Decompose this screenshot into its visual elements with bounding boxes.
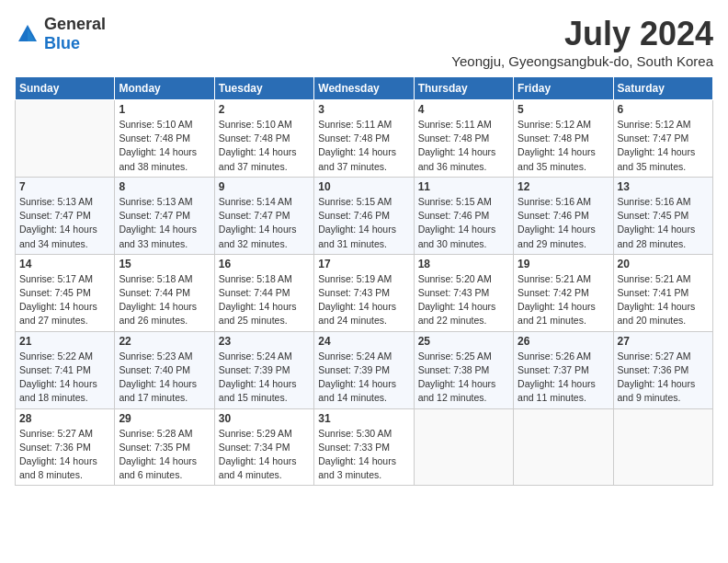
day-info: Sunrise: 5:29 AM Sunset: 7:34 PM Dayligh… — [219, 427, 310, 483]
weekday-header-sunday: Sunday — [16, 77, 115, 100]
day-number: 20 — [618, 258, 709, 270]
day-number: 14 — [19, 258, 110, 270]
day-number: 30 — [219, 412, 310, 425]
calendar-cell: 8Sunrise: 5:13 AM Sunset: 7:47 PM Daylig… — [115, 177, 214, 254]
page-header: General Blue July 2024 Yeongju, Gyeongsa… — [15, 15, 713, 69]
calendar-table: SundayMondayTuesdayWednesdayThursdayFrid… — [15, 76, 713, 486]
day-info: Sunrise: 5:10 AM Sunset: 7:48 PM Dayligh… — [219, 118, 310, 174]
day-info: Sunrise: 5:27 AM Sunset: 7:36 PM Dayligh… — [618, 350, 709, 406]
day-info: Sunrise: 5:26 AM Sunset: 7:37 PM Dayligh… — [518, 350, 609, 406]
calendar-subtitle: Yeongju, Gyeongsangbuk-do, South Korea — [451, 53, 713, 69]
calendar-cell: 6Sunrise: 5:12 AM Sunset: 7:47 PM Daylig… — [613, 100, 712, 178]
day-info: Sunrise: 5:15 AM Sunset: 7:46 PM Dayligh… — [318, 195, 409, 251]
day-number: 9 — [219, 180, 310, 193]
day-number: 7 — [19, 180, 110, 193]
weekday-header-saturday: Saturday — [613, 77, 712, 100]
day-number: 23 — [219, 335, 310, 348]
day-info: Sunrise: 5:11 AM Sunset: 7:48 PM Dayligh… — [318, 118, 409, 174]
day-number: 27 — [618, 335, 709, 348]
day-info: Sunrise: 5:28 AM Sunset: 7:35 PM Dayligh… — [119, 427, 210, 483]
calendar-cell: 13Sunrise: 5:16 AM Sunset: 7:45 PM Dayli… — [613, 177, 712, 254]
day-number: 22 — [119, 335, 210, 348]
day-number: 28 — [19, 412, 110, 425]
day-number: 13 — [618, 180, 709, 193]
day-number: 31 — [318, 412, 409, 425]
day-number: 15 — [119, 258, 210, 270]
day-info: Sunrise: 5:27 AM Sunset: 7:36 PM Dayligh… — [19, 427, 110, 483]
day-info: Sunrise: 5:24 AM Sunset: 7:39 PM Dayligh… — [318, 350, 409, 406]
calendar-cell: 31Sunrise: 5:30 AM Sunset: 7:33 PM Dayli… — [314, 408, 414, 486]
day-number: 12 — [518, 180, 609, 193]
logo-general: General — [44, 15, 106, 33]
day-info: Sunrise: 5:20 AM Sunset: 7:43 PM Dayligh… — [418, 272, 509, 328]
day-info: Sunrise: 5:21 AM Sunset: 7:41 PM Dayligh… — [618, 272, 709, 328]
calendar-title: July 2024 — [451, 15, 713, 53]
title-block: July 2024 Yeongju, Gyeongsangbuk-do, Sou… — [451, 15, 713, 69]
logo-icon — [15, 21, 40, 47]
calendar-cell: 3Sunrise: 5:11 AM Sunset: 7:48 PM Daylig… — [314, 100, 414, 178]
day-number: 8 — [119, 180, 210, 193]
calendar-cell — [16, 100, 115, 178]
calendar-cell: 17Sunrise: 5:19 AM Sunset: 7:43 PM Dayli… — [314, 254, 414, 331]
day-number: 11 — [418, 180, 509, 193]
day-info: Sunrise: 5:25 AM Sunset: 7:38 PM Dayligh… — [418, 350, 509, 406]
day-info: Sunrise: 5:17 AM Sunset: 7:45 PM Dayligh… — [19, 272, 110, 328]
day-number: 10 — [318, 180, 409, 193]
week-row-3: 14Sunrise: 5:17 AM Sunset: 7:45 PM Dayli… — [16, 254, 713, 331]
week-row-5: 28Sunrise: 5:27 AM Sunset: 7:36 PM Dayli… — [16, 408, 713, 486]
day-number: 19 — [518, 258, 609, 270]
day-info: Sunrise: 5:12 AM Sunset: 7:48 PM Dayligh… — [518, 118, 609, 174]
day-info: Sunrise: 5:12 AM Sunset: 7:47 PM Dayligh… — [618, 118, 709, 174]
day-info: Sunrise: 5:16 AM Sunset: 7:45 PM Dayligh… — [618, 195, 709, 251]
calendar-cell: 20Sunrise: 5:21 AM Sunset: 7:41 PM Dayli… — [613, 254, 712, 331]
day-info: Sunrise: 5:24 AM Sunset: 7:39 PM Dayligh… — [219, 350, 310, 406]
calendar-cell: 28Sunrise: 5:27 AM Sunset: 7:36 PM Dayli… — [16, 408, 115, 486]
calendar-cell: 7Sunrise: 5:13 AM Sunset: 7:47 PM Daylig… — [16, 177, 115, 254]
day-number: 6 — [618, 103, 709, 116]
day-info: Sunrise: 5:18 AM Sunset: 7:44 PM Dayligh… — [219, 272, 310, 328]
weekday-header-monday: Monday — [115, 77, 214, 100]
day-info: Sunrise: 5:13 AM Sunset: 7:47 PM Dayligh… — [119, 195, 210, 251]
calendar-cell: 18Sunrise: 5:20 AM Sunset: 7:43 PM Dayli… — [414, 254, 513, 331]
calendar-cell: 1Sunrise: 5:10 AM Sunset: 7:48 PM Daylig… — [115, 100, 214, 178]
calendar-cell: 22Sunrise: 5:23 AM Sunset: 7:40 PM Dayli… — [115, 331, 214, 408]
calendar-cell: 9Sunrise: 5:14 AM Sunset: 7:47 PM Daylig… — [214, 177, 313, 254]
calendar-cell: 19Sunrise: 5:21 AM Sunset: 7:42 PM Dayli… — [514, 254, 613, 331]
calendar-cell: 23Sunrise: 5:24 AM Sunset: 7:39 PM Dayli… — [214, 331, 313, 408]
day-info: Sunrise: 5:16 AM Sunset: 7:46 PM Dayligh… — [518, 195, 609, 251]
calendar-cell: 10Sunrise: 5:15 AM Sunset: 7:46 PM Dayli… — [314, 177, 414, 254]
day-info: Sunrise: 5:19 AM Sunset: 7:43 PM Dayligh… — [318, 272, 409, 328]
day-info: Sunrise: 5:21 AM Sunset: 7:42 PM Dayligh… — [518, 272, 609, 328]
day-number: 16 — [219, 258, 310, 270]
calendar-cell: 27Sunrise: 5:27 AM Sunset: 7:36 PM Dayli… — [613, 331, 712, 408]
day-number: 26 — [518, 335, 609, 348]
day-info: Sunrise: 5:23 AM Sunset: 7:40 PM Dayligh… — [119, 350, 210, 406]
day-info: Sunrise: 5:30 AM Sunset: 7:33 PM Dayligh… — [318, 427, 409, 483]
day-info: Sunrise: 5:15 AM Sunset: 7:46 PM Dayligh… — [418, 195, 509, 251]
calendar-cell: 15Sunrise: 5:18 AM Sunset: 7:44 PM Dayli… — [115, 254, 214, 331]
day-info: Sunrise: 5:10 AM Sunset: 7:48 PM Dayligh… — [119, 118, 210, 174]
day-number: 24 — [318, 335, 409, 348]
calendar-cell: 24Sunrise: 5:24 AM Sunset: 7:39 PM Dayli… — [314, 331, 414, 408]
day-number: 3 — [318, 103, 409, 116]
day-number: 1 — [119, 103, 210, 116]
weekday-header-thursday: Thursday — [414, 77, 513, 100]
day-number: 18 — [418, 258, 509, 270]
day-number: 4 — [418, 103, 509, 116]
calendar-cell — [613, 408, 712, 486]
calendar-cell: 4Sunrise: 5:11 AM Sunset: 7:48 PM Daylig… — [414, 100, 513, 178]
calendar-cell: 5Sunrise: 5:12 AM Sunset: 7:48 PM Daylig… — [514, 100, 613, 178]
day-number: 21 — [19, 335, 110, 348]
calendar-cell: 30Sunrise: 5:29 AM Sunset: 7:34 PM Dayli… — [214, 408, 313, 486]
weekday-header-tuesday: Tuesday — [214, 77, 313, 100]
day-number: 5 — [518, 103, 609, 116]
calendar-cell: 16Sunrise: 5:18 AM Sunset: 7:44 PM Dayli… — [214, 254, 313, 331]
weekday-header-wednesday: Wednesday — [314, 77, 414, 100]
day-info: Sunrise: 5:22 AM Sunset: 7:41 PM Dayligh… — [19, 350, 110, 406]
calendar-cell — [414, 408, 513, 486]
calendar-cell: 26Sunrise: 5:26 AM Sunset: 7:37 PM Dayli… — [514, 331, 613, 408]
week-row-2: 7Sunrise: 5:13 AM Sunset: 7:47 PM Daylig… — [16, 177, 713, 254]
week-row-4: 21Sunrise: 5:22 AM Sunset: 7:41 PM Dayli… — [16, 331, 713, 408]
day-info: Sunrise: 5:18 AM Sunset: 7:44 PM Dayligh… — [119, 272, 210, 328]
week-row-1: 1Sunrise: 5:10 AM Sunset: 7:48 PM Daylig… — [16, 100, 713, 178]
